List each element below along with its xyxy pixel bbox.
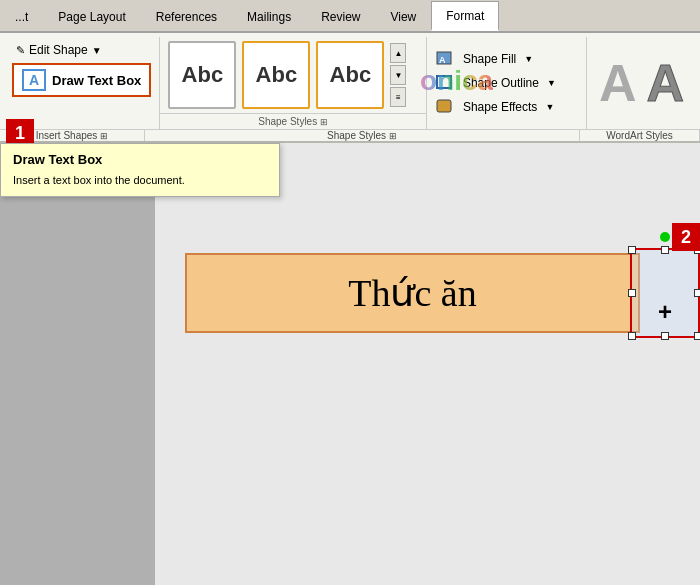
wordart-section: A A bbox=[587, 37, 696, 129]
shape-styles-top: Abc Abc Abc ▲ ▼ ≡ bbox=[160, 37, 426, 113]
document-area: Thức ăn + 2 bbox=[0, 143, 700, 585]
edit-shape-section: ✎ Edit Shape ▼ Draw Text Box 1 bbox=[4, 37, 160, 129]
number-badge-2: 2 bbox=[672, 223, 700, 251]
rotation-handle[interactable] bbox=[660, 232, 670, 242]
selection-box[interactable]: + bbox=[630, 248, 700, 338]
svg-rect-3 bbox=[437, 100, 451, 112]
edit-shape-button[interactable]: ✎ Edit Shape ▼ bbox=[12, 41, 151, 59]
handle-top-left[interactable] bbox=[628, 246, 636, 254]
tab-view[interactable]: View bbox=[375, 3, 431, 31]
tab-review[interactable]: Review bbox=[306, 3, 375, 31]
scroll-down-button[interactable]: ▼ bbox=[390, 65, 406, 85]
abc-style-3[interactable]: Abc bbox=[316, 41, 384, 109]
handle-left-middle[interactable] bbox=[628, 289, 636, 297]
abc-scroll-buttons: ▲ ▼ ≡ bbox=[390, 43, 406, 107]
draw-textbox-button[interactable]: Draw Text Box bbox=[12, 63, 151, 97]
tab-mailings[interactable]: Mailings bbox=[232, 3, 306, 31]
edit-shape-icon: ✎ bbox=[16, 44, 25, 57]
tooltip-title: Draw Text Box bbox=[13, 152, 267, 167]
shape-styles-dialog-button[interactable]: ⊞ bbox=[320, 117, 328, 127]
tab-home[interactable]: ...t bbox=[0, 3, 43, 31]
handle-bottom-right[interactable] bbox=[694, 332, 700, 340]
document-content: Thức ăn + 2 bbox=[155, 143, 700, 585]
wordart-a-dark: A bbox=[646, 57, 684, 109]
document-page: Thức ăn + 2 bbox=[155, 143, 700, 585]
shape-effects-icon bbox=[435, 98, 457, 116]
document-left-margin bbox=[0, 143, 155, 585]
wordart-a-light: A bbox=[599, 57, 637, 109]
shape-styles-section: Abc Abc Abc ▲ ▼ ≡ Shape Styles ⊞ bbox=[160, 37, 427, 129]
onica-watermark: onica bbox=[420, 65, 493, 97]
insert-shapes-dialog-btn[interactable]: ⊞ bbox=[100, 131, 108, 141]
tab-format[interactable]: Format bbox=[431, 1, 499, 31]
tooltip-description: Insert a text box into the document. bbox=[13, 173, 267, 188]
handle-bottom-left[interactable] bbox=[628, 332, 636, 340]
shape-styles-label: Shape Styles ⊞ bbox=[160, 113, 426, 129]
abc-style-1[interactable]: Abc bbox=[168, 41, 236, 109]
svg-text:A: A bbox=[439, 55, 446, 65]
ribbon-section-shape-styles: Shape Styles ⊞ bbox=[145, 130, 580, 141]
ribbon-content: ✎ Edit Shape ▼ Draw Text Box 1 Abc Abc bbox=[0, 33, 700, 129]
ribbon: ✎ Edit Shape ▼ Draw Text Box 1 Abc Abc bbox=[0, 33, 700, 143]
handle-right-middle[interactable] bbox=[694, 289, 700, 297]
handle-bottom-middle[interactable] bbox=[661, 332, 669, 340]
abc-style-2[interactable]: Abc bbox=[242, 41, 310, 109]
food-textbox[interactable]: Thức ăn bbox=[185, 253, 640, 333]
handle-top-middle[interactable] bbox=[661, 246, 669, 254]
shape-styles-dialog-btn-2[interactable]: ⊞ bbox=[389, 131, 397, 141]
shape-effects-row[interactable]: Shape Effects ▼ bbox=[435, 98, 578, 116]
tooltip: Draw Text Box Insert a text box into the… bbox=[0, 143, 280, 197]
draw-textbox-icon bbox=[22, 69, 46, 91]
tab-references[interactable]: References bbox=[141, 3, 232, 31]
tab-bar: ...t Page Layout References Mailings Rev… bbox=[0, 0, 700, 33]
scroll-up-button[interactable]: ▲ bbox=[390, 43, 406, 63]
ribbon-section-wordart: WordArt Styles bbox=[580, 130, 700, 141]
scroll-more-button[interactable]: ≡ bbox=[390, 87, 406, 107]
tab-page-layout[interactable]: Page Layout bbox=[43, 3, 140, 31]
ribbon-bottom: Insert Shapes ⊞ Shape Styles ⊞ WordArt S… bbox=[0, 129, 700, 141]
cursor-cross-icon: + bbox=[658, 298, 672, 326]
